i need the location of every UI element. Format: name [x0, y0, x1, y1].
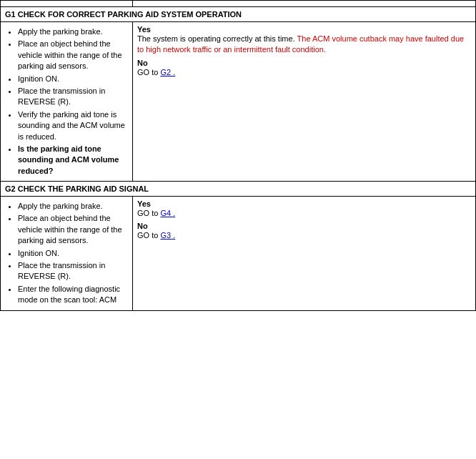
- result-label-g2-1: No: [137, 222, 471, 230]
- section-header-g1: G1 CHECK FOR CORRECT PARKING AID SYSTEM …: [1, 7, 476, 22]
- list-item: Place an object behind the vehicle withi…: [18, 213, 128, 246]
- list-item: Ignition ON.: [18, 248, 128, 259]
- header-test-step: [1, 1, 133, 7]
- result-text-g2-1: GO to G3 .: [137, 230, 471, 241]
- list-item: Apply the parking brake.: [18, 201, 128, 212]
- list-item: Ignition ON.: [18, 74, 128, 84]
- list-item: Enter the following diagnostic mode on t…: [18, 284, 128, 306]
- list-item: Place the transmission in REVERSE (R).: [18, 260, 128, 282]
- section-header-g2: G2 CHECK THE PARKING AID SIGNAL: [1, 182, 476, 197]
- result-text-g1-yes: The system is operating correctly at thi…: [137, 34, 471, 56]
- result-link-g2-1[interactable]: G3 .: [160, 231, 175, 240]
- result-label-g1-0: Yes: [137, 25, 471, 34]
- list-item: Apply the parking brake.: [18, 26, 128, 37]
- result-label-g2-0: Yes: [137, 199, 471, 208]
- list-item: Place an object behind the vehicle withi…: [18, 39, 128, 71]
- list-item: Place the transmission in REVERSE (R).: [18, 86, 128, 108]
- red-text-g1: The ACM volume cutback may have faulted …: [137, 34, 464, 54]
- result-text-g2-0: GO to G4 .: [137, 208, 471, 219]
- steps-cell-g1: Apply the parking brake.Place an object …: [1, 22, 133, 182]
- header-result-action: [133, 1, 476, 7]
- results-cell-g1: YesThe system is operating correctly at …: [133, 22, 476, 182]
- results-cell-g2: YesGO to G4 .NoGO to G3 .: [133, 197, 476, 311]
- result-link-g1-1[interactable]: G2 .: [160, 68, 175, 76]
- result-link-g2-0[interactable]: G4 .: [160, 209, 175, 217]
- list-item: Verify the parking aid tone is sounding …: [18, 109, 128, 142]
- list-item: Is the parking aid tone sounding and ACM…: [18, 144, 128, 177]
- result-text-g1-1: GO to G2 .: [137, 67, 471, 78]
- result-label-g1-1: No: [137, 59, 471, 67]
- steps-cell-g2: Apply the parking brake.Place an object …: [1, 197, 133, 311]
